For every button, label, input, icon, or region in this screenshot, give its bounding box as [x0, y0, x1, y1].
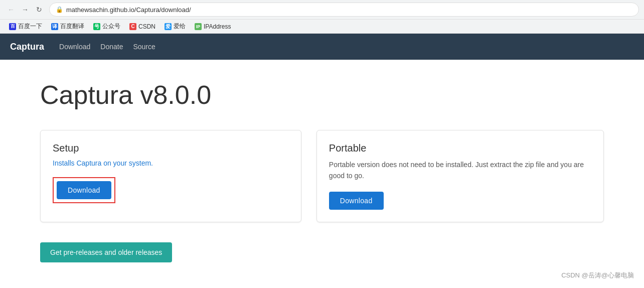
setup-card-description: Installs Captura on your system. — [53, 159, 289, 167]
main-content: Captura v8.0.0 Setup Installs Captura on… — [0, 60, 644, 282]
bookmark-csdn[interactable]: C CSDN — [125, 22, 159, 31]
bookmark-icon-ip: IP — [195, 23, 202, 30]
address-bar[interactable]: 🔒 mathewsachin.github.io/Captura/downloa… — [49, 3, 639, 17]
bookmark-label-gzh: 公众号 — [102, 22, 120, 31]
site-brand[interactable]: Captura — [10, 42, 44, 52]
bookmark-label-fanyi: 百度翻译 — [60, 22, 84, 31]
page-title: Captura v8.0.0 — [40, 80, 604, 110]
bookmarks-bar: 百 百度一下 译 百度翻译 号 公众号 C CSDN 爱 爱给 IP IPAdd… — [0, 19, 644, 33]
bookmark-gongzhonghao[interactable]: 号 公众号 — [89, 21, 124, 32]
setup-download-button[interactable]: Download — [57, 181, 111, 199]
setup-card-title: Setup — [53, 142, 289, 154]
nav-buttons: ← → ↻ — [5, 4, 45, 16]
nav-link-download[interactable]: Download — [59, 43, 90, 51]
portable-card: Portable Portable version does not need … — [316, 130, 604, 222]
refresh-button[interactable]: ↻ — [33, 4, 45, 16]
watermark: CSDN @岳涛@心馨电脑 — [561, 271, 634, 280]
portable-card-description: Portable version does not need to be ins… — [329, 159, 591, 182]
bookmark-icon-fanyi: 译 — [51, 23, 58, 30]
back-button[interactable]: ← — [5, 4, 17, 16]
site-navbar: Captura Download Donate Source — [0, 34, 644, 60]
browser-chrome: ← → ↻ 🔒 mathewsachin.github.io/Captura/d… — [0, 0, 644, 34]
bookmark-label-aig: 爱给 — [174, 22, 186, 31]
prereleases-button[interactable]: Get pre-releases and older releases — [40, 242, 172, 262]
bookmark-icon-gzh: 号 — [93, 23, 100, 30]
nav-link-donate[interactable]: Donate — [100, 43, 123, 51]
bookmark-icon-baidu-yixia: 百 — [9, 23, 16, 30]
address-text: mathewsachin.github.io/Captura/download/ — [66, 6, 632, 14]
portable-card-title: Portable — [329, 142, 591, 154]
cards-row: Setup Installs Captura on your system. D… — [40, 130, 604, 222]
bookmark-aig[interactable]: 爱 爱给 — [160, 21, 190, 32]
bookmark-baidu-yixia[interactable]: 百 百度一下 — [5, 21, 46, 32]
nav-link-source[interactable]: Source — [133, 43, 155, 51]
site-nav-links: Download Donate Source — [59, 43, 155, 51]
bookmark-label-csdn: CSDN — [138, 23, 155, 30]
lock-icon: 🔒 — [56, 6, 63, 13]
bookmark-label-baidu-yixia: 百度一下 — [18, 22, 42, 31]
bookmark-baidu-fanyi[interactable]: 译 百度翻译 — [47, 21, 88, 32]
forward-button[interactable]: → — [19, 4, 31, 16]
bookmark-icon-aig: 爱 — [165, 23, 172, 30]
browser-toolbar: ← → ↻ 🔒 mathewsachin.github.io/Captura/d… — [0, 0, 644, 19]
portable-download-button[interactable]: Download — [329, 192, 384, 210]
bookmark-label-ip: IPAddress — [204, 23, 231, 30]
setup-download-highlight: Download — [53, 177, 115, 203]
bookmark-ipaddress[interactable]: IP IPAddress — [191, 22, 235, 31]
setup-card: Setup Installs Captura on your system. D… — [40, 130, 301, 222]
bookmark-icon-csdn: C — [129, 23, 136, 30]
